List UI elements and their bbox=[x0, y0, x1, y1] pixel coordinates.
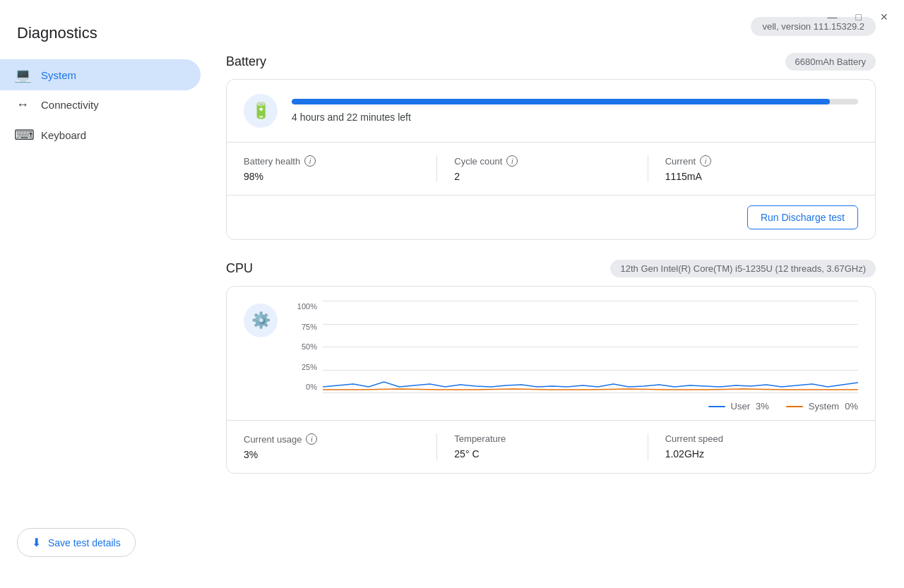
legend-user-label: User bbox=[731, 401, 750, 412]
maximize-button[interactable]: □ bbox=[853, 10, 864, 24]
discharge-row: Run Discharge test bbox=[227, 195, 875, 239]
chart-y-75: 75% bbox=[292, 323, 317, 331]
system-icon: 💻 bbox=[14, 66, 31, 83]
cpu-section-header: CPU 12th Gen Intel(R) Core(TM) i5-1235U … bbox=[226, 260, 876, 277]
cpu-top: ⚙️ 100% 75% 50% 25% 0% bbox=[227, 287, 875, 420]
legend-user-line bbox=[708, 406, 725, 407]
battery-capacity-badge: 6680mAh Battery bbox=[785, 53, 876, 71]
battery-card: 🔋 4 hours and 22 minutes left Battery he… bbox=[226, 79, 876, 240]
cycle-count-info-icon[interactable]: i bbox=[506, 155, 518, 167]
app-container: Diagnostics 💻 System ↔ Connectivity ⌨ Ke… bbox=[0, 0, 904, 588]
chart-y-25: 25% bbox=[292, 363, 317, 371]
battery-health-value: 98% bbox=[244, 171, 420, 182]
cpu-speed-col: Current speed 1.02GHz bbox=[665, 433, 858, 460]
cpu-chart-container: 100% 75% 50% 25% 0% bbox=[292, 301, 858, 420]
cpu-section-title: CPU bbox=[226, 261, 253, 276]
chart-y-100: 100% bbox=[292, 302, 317, 311]
legend-user: User 3% bbox=[708, 401, 769, 412]
current-col: Current i 1115mA bbox=[665, 155, 858, 182]
connectivity-icon: ↔ bbox=[14, 97, 31, 112]
download-icon: ⬇ bbox=[32, 536, 41, 549]
cpu-chart-svg bbox=[323, 301, 858, 392]
battery-progress-bg bbox=[292, 99, 858, 104]
battery-section-title: Battery bbox=[226, 54, 266, 69]
cpu-usage-info-icon[interactable]: i bbox=[306, 433, 317, 445]
cycle-count-label: Cycle count i bbox=[454, 155, 630, 167]
sidebar-item-connectivity-label: Connectivity bbox=[41, 99, 99, 111]
cycle-count-col: Cycle count i 2 bbox=[454, 155, 648, 182]
chart-y-labels: 100% 75% 50% 25% 0% bbox=[292, 301, 317, 392]
cpu-icon-wrap: ⚙️ bbox=[244, 304, 278, 337]
save-test-details-button[interactable]: ⬇ Save test details bbox=[17, 528, 136, 557]
grid-line-0 bbox=[323, 392, 858, 393]
run-discharge-test-button[interactable]: Run Discharge test bbox=[747, 205, 858, 229]
battery-stats: Battery health i 98% Cycle count i 2 Cur… bbox=[227, 142, 875, 195]
cpu-icon: ⚙️ bbox=[251, 311, 270, 330]
legend-system: System 0% bbox=[786, 401, 858, 412]
battery-top: 🔋 4 hours and 22 minutes left bbox=[227, 80, 875, 142]
keyboard-icon: ⌨ bbox=[14, 126, 31, 143]
cpu-chart-area: 100% 75% 50% 25% 0% bbox=[292, 301, 858, 392]
current-info-icon[interactable]: i bbox=[700, 155, 711, 167]
chart-y-50: 50% bbox=[292, 342, 317, 351]
cpu-badge: 12th Gen Intel(R) Core(TM) i5-1235U (12 … bbox=[610, 260, 876, 277]
close-button[interactable]: ✕ bbox=[877, 10, 891, 24]
battery-health-label: Battery health i bbox=[244, 155, 420, 167]
sidebar-bottom: ⬇ Save test details bbox=[0, 514, 212, 571]
sidebar: Diagnostics 💻 System ↔ Connectivity ⌨ Ke… bbox=[0, 0, 212, 588]
cpu-card: ⚙️ 100% 75% 50% 25% 0% bbox=[226, 286, 876, 474]
sidebar-item-system-label: System bbox=[41, 69, 76, 81]
cpu-usage-col: Current usage i 3% bbox=[244, 433, 437, 460]
minimize-button[interactable]: — bbox=[825, 10, 840, 24]
app-title: Diagnostics bbox=[0, 17, 212, 59]
cpu-temp-label: Temperature bbox=[454, 433, 630, 444]
cpu-stats: Current usage i 3% Temperature 25° C Cur… bbox=[227, 420, 875, 473]
battery-section-header: Battery 6680mAh Battery bbox=[226, 53, 876, 71]
cpu-temp-col: Temperature 25° C bbox=[454, 433, 648, 460]
battery-health-col: Battery health i 98% bbox=[244, 155, 437, 182]
sidebar-item-system[interactable]: 💻 System bbox=[0, 59, 201, 90]
current-label: Current i bbox=[665, 155, 841, 167]
titlebar: — □ ✕ bbox=[812, 0, 904, 34]
battery-icon-wrap: 🔋 bbox=[244, 94, 278, 128]
battery-bar-wrap: 4 hours and 22 minutes left bbox=[292, 99, 858, 123]
legend-system-value: 0% bbox=[845, 401, 858, 412]
cycle-count-value: 2 bbox=[454, 171, 630, 182]
cpu-usage-value: 3% bbox=[244, 449, 420, 460]
cpu-usage-label: Current usage i bbox=[244, 433, 420, 445]
sidebar-item-connectivity[interactable]: ↔ Connectivity bbox=[0, 90, 201, 119]
battery-health-info-icon[interactable]: i bbox=[304, 155, 316, 167]
legend-user-value: 3% bbox=[756, 401, 769, 412]
cpu-speed-value: 1.02GHz bbox=[665, 448, 841, 460]
legend-system-line bbox=[786, 406, 803, 407]
sidebar-item-keyboard-label: Keyboard bbox=[41, 129, 86, 141]
sidebar-item-keyboard[interactable]: ⌨ Keyboard bbox=[0, 119, 201, 150]
legend-system-label: System bbox=[809, 401, 839, 412]
cpu-speed-label: Current speed bbox=[665, 433, 841, 444]
battery-icon: 🔋 bbox=[251, 102, 270, 120]
chart-legend: User 3% System 0% bbox=[292, 397, 858, 420]
battery-time-remaining: 4 hours and 22 minutes left bbox=[292, 112, 858, 123]
main-content: vell, version 111.15329.2 Battery 6680mA… bbox=[212, 0, 904, 588]
chart-y-0: 0% bbox=[292, 383, 317, 391]
current-value: 1115mA bbox=[665, 171, 841, 182]
save-btn-label: Save test details bbox=[48, 537, 121, 548]
cpu-temp-value: 25° C bbox=[454, 448, 630, 460]
battery-progress-fill bbox=[292, 99, 830, 104]
